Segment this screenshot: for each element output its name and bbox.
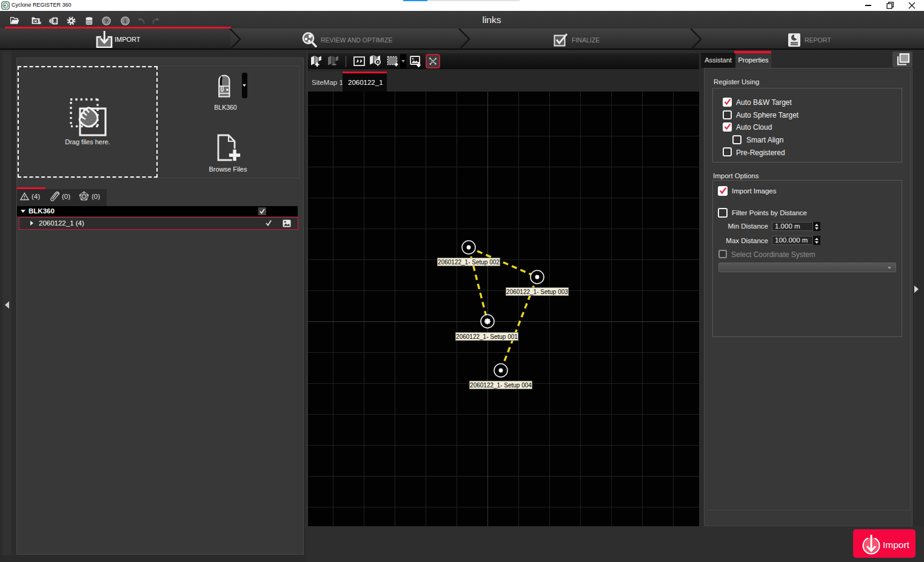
svg-text:?: ? — [105, 18, 109, 24]
